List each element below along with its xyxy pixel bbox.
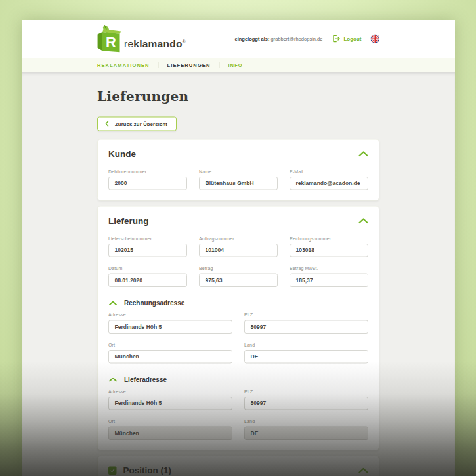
- lieferung-section-title: Lieferung: [108, 216, 149, 227]
- field-rechnung-ort: Ort: [108, 342, 232, 364]
- field-label: Auftragsnummer: [199, 236, 278, 241]
- debitorennummer-input[interactable]: [108, 177, 187, 190]
- field-label: Debitorennummer: [108, 169, 187, 174]
- field-label: Rechnungsnummer: [290, 236, 368, 241]
- desktop-background: R reklamando® eingeloggt als: grabbert@r…: [0, 0, 476, 476]
- position-checkbox[interactable]: [108, 467, 117, 475]
- liefer-plz-input[interactable]: [244, 397, 368, 410]
- field-label: Datum: [108, 266, 187, 271]
- logout-button[interactable]: Logout: [332, 35, 361, 43]
- field-label: Ort: [108, 419, 232, 424]
- liefer-adresse-input[interactable]: [108, 397, 232, 410]
- field-label: Land: [244, 419, 368, 424]
- nav-item-info[interactable]: INFO: [228, 62, 242, 68]
- logo-text-light: re: [124, 38, 133, 50]
- back-to-overview-button[interactable]: Zurück zur Übersicht: [97, 117, 177, 131]
- field-lieferscheinnummer: Lieferscheinnummer: [108, 236, 187, 257]
- field-label: PLZ: [244, 389, 368, 394]
- chevron-up-icon: [358, 468, 368, 474]
- card-kunde: Kunde Debitorennummer N: [97, 139, 379, 201]
- field-label: Lieferscheinnummer: [108, 236, 187, 241]
- logged-in-user: grabbert@rhodopsin.de: [270, 36, 322, 42]
- back-button-label: Zurück zur Übersicht: [115, 121, 167, 127]
- auftragsnummer-input[interactable]: [199, 244, 278, 257]
- field-label: Adresse: [108, 389, 232, 394]
- rechnungsadresse-toggle[interactable]: Rechnungsadresse: [109, 299, 368, 307]
- position-collapse-button[interactable]: [358, 468, 368, 474]
- field-rechnung-land: Land: [244, 342, 368, 364]
- logo-wordmark: reklamando®: [124, 38, 186, 53]
- lieferadresse-title: Lieferadresse: [124, 376, 167, 384]
- svg-text:R: R: [106, 34, 116, 51]
- rechnung-ort-input[interactable]: [108, 350, 232, 364]
- page-title: Lieferungen: [97, 89, 379, 104]
- language-flag-icon[interactable]: [371, 34, 380, 43]
- chevron-up-icon: [109, 301, 117, 306]
- field-liefer-ort: Ort: [108, 419, 232, 441]
- betrag-input[interactable]: [199, 274, 278, 288]
- field-rechnung-adresse: Adresse: [108, 313, 232, 334]
- rechnung-adresse-input[interactable]: [108, 320, 232, 334]
- card-position: Position (1) Artikelnummer: [97, 456, 379, 476]
- field-betrag-mwst: Betrag MwSt.: [290, 266, 368, 288]
- card-lieferung: Lieferung Lieferscheinnummer: [97, 206, 379, 451]
- field-liefer-adresse: Adresse: [108, 389, 232, 410]
- field-debitorennummer: Debitorennummer: [108, 169, 187, 190]
- lieferung-collapse-button[interactable]: [358, 218, 368, 224]
- logo-box-leaf-icon: R: [95, 24, 123, 53]
- datum-input[interactable]: [108, 274, 187, 288]
- field-label: E-Mail: [290, 169, 368, 174]
- betrag-mwst-input[interactable]: [290, 274, 368, 288]
- lieferadresse-toggle[interactable]: Lieferadresse: [109, 376, 368, 384]
- field-label: Betrag MwSt.: [290, 266, 368, 271]
- rechnungsnummer-input[interactable]: [290, 244, 368, 257]
- field-label: Ort: [108, 342, 232, 347]
- liefer-ort-input[interactable]: [108, 427, 232, 441]
- chevron-left-icon: [105, 121, 109, 127]
- rechnung-land-input[interactable]: [244, 350, 368, 364]
- field-email: E-Mail: [290, 169, 368, 190]
- logo[interactable]: R reklamando®: [97, 24, 186, 53]
- field-auftragsnummer: Auftragsnummer: [199, 236, 278, 257]
- chevron-up-icon: [358, 218, 368, 224]
- app-window: R reklamando® eingeloggt als: grabbert@r…: [22, 20, 455, 476]
- field-label: Adresse: [108, 313, 232, 318]
- logged-in-status: eingeloggt als: grabbert@rhodopsin.de: [234, 36, 322, 42]
- field-label: Name: [199, 169, 278, 174]
- position-section-title: Position (1): [123, 465, 172, 476]
- field-betrag: Betrag: [199, 266, 278, 288]
- checkmark-icon: [110, 468, 116, 474]
- liefer-land-input[interactable]: [244, 427, 368, 441]
- lieferscheinnummer-input[interactable]: [108, 244, 187, 257]
- chevron-up-icon: [358, 151, 368, 157]
- field-rechnung-plz: PLZ: [244, 313, 368, 334]
- logout-icon: [332, 35, 340, 43]
- rechnungsadresse-title: Rechnungsadresse: [124, 299, 184, 307]
- field-liefer-land: Land: [244, 419, 368, 441]
- logo-text-bold: klamando: [133, 38, 182, 50]
- field-label: Land: [244, 342, 368, 347]
- nav-separator: [219, 62, 219, 68]
- field-datum: Datum: [108, 266, 187, 288]
- field-liefer-plz: PLZ: [244, 389, 368, 410]
- kunde-section-title: Kunde: [108, 149, 136, 160]
- header: R reklamando® eingeloggt als: grabbert@r…: [22, 20, 455, 58]
- main-content: Lieferungen Zurück zur Übersicht Kunde: [22, 72, 455, 476]
- name-input[interactable]: [199, 177, 278, 190]
- field-label: Betrag: [199, 266, 278, 271]
- field-label: PLZ: [244, 313, 368, 318]
- field-name: Name: [199, 169, 278, 190]
- nav-item-reklamationen[interactable]: REKLAMATIONEN: [97, 62, 150, 68]
- rechnung-plz-input[interactable]: [244, 320, 368, 334]
- chevron-up-icon: [109, 378, 117, 382]
- logout-label: Logout: [343, 36, 361, 42]
- logged-in-label: eingeloggt als:: [234, 36, 269, 42]
- field-rechnungsnummer: Rechnungsnummer: [290, 236, 368, 257]
- nav-separator: [158, 62, 159, 68]
- nav-item-lieferungen[interactable]: LIEFERUNGEN: [167, 62, 211, 68]
- logo-registered-mark: ®: [183, 39, 186, 45]
- main-nav: REKLAMATIONEN LIEFERUNGEN INFO: [22, 58, 455, 72]
- email-input[interactable]: [290, 177, 368, 190]
- kunde-collapse-button[interactable]: [358, 151, 368, 157]
